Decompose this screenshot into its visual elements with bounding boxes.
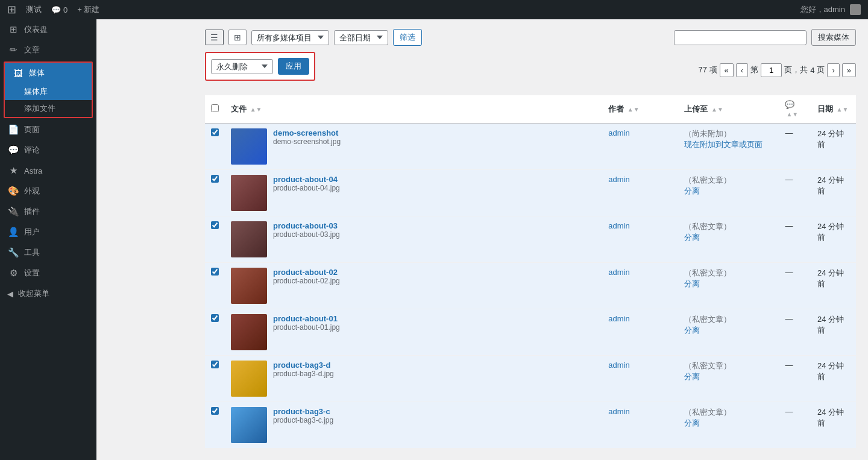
row-comment-cell: — xyxy=(779,170,811,216)
bulk-action-select[interactable]: 永久删除 编辑 移至回收站 xyxy=(211,59,273,74)
collapse-menu-button[interactable]: ◀ 收起菜单 xyxy=(0,283,96,304)
col-author-header: 作者 ▲▼ xyxy=(602,95,678,124)
table-row: product-bag3-c product-bag3-c.jpg admin … xyxy=(205,402,856,449)
file-name-link[interactable]: product-about-01 xyxy=(273,314,340,323)
select-all-checkbox[interactable] xyxy=(211,104,219,112)
file-ext: demo-screenshot.jpg xyxy=(273,137,341,146)
file-name-link[interactable]: demo-screenshot xyxy=(273,128,341,137)
author-link[interactable]: admin xyxy=(608,407,629,416)
row-date-cell: 24 分钟 前 xyxy=(811,263,856,309)
table-row: product-about-03 product-about-03.jpg ad… xyxy=(205,216,856,263)
sidebar-item-appearance[interactable]: 🎨 外观 xyxy=(0,181,96,201)
comment-sort-icon[interactable]: ▲▼ xyxy=(786,111,798,118)
sidebar-subitem-media-library[interactable]: 媒体库 xyxy=(5,83,92,100)
sidebar-item-posts[interactable]: ✏ 文章 xyxy=(0,40,96,60)
thumbnail xyxy=(231,221,267,257)
author-link[interactable]: admin xyxy=(608,268,629,277)
attached-status: （私密文章） xyxy=(684,175,731,184)
file-name-link[interactable]: product-about-04 xyxy=(273,175,340,184)
author-link[interactable]: admin xyxy=(608,128,629,137)
media-icon: 🖼 xyxy=(12,68,24,78)
detach-link[interactable]: 分离 xyxy=(684,371,773,382)
sidebar-item-dashboard[interactable]: ⊞ 仪表盘 xyxy=(0,19,96,40)
detach-link[interactable]: 分离 xyxy=(684,418,773,429)
page-number-input[interactable] xyxy=(761,63,782,77)
sidebar-item-label: 用户 xyxy=(24,227,40,238)
sidebar-item-plugins[interactable]: 🔌 插件 xyxy=(0,201,96,222)
topbar-comments[interactable]: 💬 0 xyxy=(51,5,68,14)
search-button[interactable]: 搜索媒体 xyxy=(811,29,856,46)
last-page-button[interactable]: » xyxy=(842,63,856,77)
media-type-filter[interactable]: 所有多媒体项目 图片 视频 xyxy=(251,30,329,45)
next-page-button[interactable]: › xyxy=(827,63,839,77)
detach-link[interactable]: 分离 xyxy=(684,186,773,197)
row-checkbox[interactable] xyxy=(211,221,219,229)
date-filter[interactable]: 全部日期 xyxy=(334,30,388,45)
sidebar-item-pages[interactable]: 📄 页面 xyxy=(0,119,96,140)
sidebar-item-label: 设置 xyxy=(24,268,40,279)
row-attached-cell: （私密文章）分离 xyxy=(678,356,779,402)
author-link[interactable]: admin xyxy=(608,361,629,370)
detach-link[interactable]: 分离 xyxy=(684,325,773,336)
page-label: 第 xyxy=(750,65,758,75)
detach-link[interactable]: 分离 xyxy=(684,279,773,289)
detach-link[interactable]: 分离 xyxy=(684,232,773,243)
sidebar-item-label: 工具 xyxy=(24,247,40,258)
row-file-cell: product-about-04 product-about-04.jpg xyxy=(225,170,602,216)
author-link[interactable]: admin xyxy=(608,221,629,230)
author-link[interactable]: admin xyxy=(608,314,629,323)
table-row: product-about-01 product-about-01.jpg ad… xyxy=(205,309,856,356)
prev-page-button[interactable]: ‹ xyxy=(736,63,748,77)
sidebar-item-media[interactable]: 🖼 媒体 xyxy=(5,63,92,83)
file-sort-icon[interactable]: ▲▼ xyxy=(250,106,262,113)
row-checkbox[interactable] xyxy=(211,175,219,183)
file-name-link[interactable]: product-about-03 xyxy=(273,221,340,230)
sidebar-item-label: 评论 xyxy=(24,145,40,156)
list-view-button[interactable]: ☰ xyxy=(205,30,224,45)
file-name-link[interactable]: product-bag3-d xyxy=(273,361,334,370)
sidebar-item-label: 插件 xyxy=(24,206,40,217)
comment-col-icon: 💬 xyxy=(785,100,794,109)
author-sort-icon[interactable]: ▲▼ xyxy=(627,106,640,113)
sidebar-subitem-add-file[interactable]: 添加文件 xyxy=(5,100,92,117)
row-date-cell: 24 分钟 前 xyxy=(811,170,856,216)
file-name-link[interactable]: product-about-02 xyxy=(273,268,340,277)
attached-status: （尚未附加） xyxy=(684,129,731,138)
row-checkbox-cell xyxy=(205,216,225,263)
row-attached-cell: （私密文章）分离 xyxy=(678,170,779,216)
col-comment-header: 💬 ▲▼ xyxy=(779,95,811,124)
apply-button[interactable]: 应用 xyxy=(278,58,309,75)
row-comment-cell: — xyxy=(779,124,811,170)
row-checkbox-cell xyxy=(205,170,225,216)
sidebar-item-astra[interactable]: ★ Astra xyxy=(0,160,96,181)
pages-suffix: 页 xyxy=(817,65,825,75)
comment-icon: 💬 xyxy=(51,5,61,14)
row-checkbox[interactable] xyxy=(211,268,219,276)
main-content: ☰ ⊞ 所有多媒体项目 图片 视频 全部日期 筛选 搜索媒体 永久删除 编辑 移… xyxy=(193,19,868,460)
filter-button[interactable]: 筛选 xyxy=(393,29,422,46)
file-ext: product-bag3-c.jpg xyxy=(273,416,333,424)
sidebar-item-label: 媒体 xyxy=(29,68,45,78)
row-checkbox[interactable] xyxy=(211,361,219,368)
row-checkbox[interactable] xyxy=(211,128,219,136)
first-page-button[interactable]: « xyxy=(720,63,734,77)
users-icon: 👤 xyxy=(7,227,19,238)
sidebar-item-users[interactable]: 👤 用户 xyxy=(0,222,96,242)
thumbnail xyxy=(231,407,267,443)
topbar-site[interactable]: 测试 xyxy=(26,4,42,15)
row-checkbox[interactable] xyxy=(211,407,219,415)
new-button[interactable]: + 新建 xyxy=(77,4,99,15)
attached-sort-icon[interactable]: ▲▼ xyxy=(711,106,723,113)
sidebar-item-settings[interactable]: ⚙ 设置 xyxy=(0,263,96,283)
table-row: demo-screenshot demo-screenshot.jpg admi… xyxy=(205,124,856,170)
attach-link[interactable]: 现在附加到文章或页面 xyxy=(684,139,773,150)
row-checkbox[interactable] xyxy=(211,314,219,322)
sidebar-item-comments[interactable]: 💬 评论 xyxy=(0,140,96,160)
file-name-link[interactable]: product-bag3-c xyxy=(273,407,333,416)
search-input[interactable] xyxy=(674,30,807,45)
sidebar-item-tools[interactable]: 🔧 工具 xyxy=(0,242,96,263)
author-link[interactable]: admin xyxy=(608,175,629,184)
grid-view-button[interactable]: ⊞ xyxy=(228,30,247,45)
row-comment-cell: — xyxy=(779,263,811,309)
date-sort-icon[interactable]: ▲▼ xyxy=(837,106,849,113)
